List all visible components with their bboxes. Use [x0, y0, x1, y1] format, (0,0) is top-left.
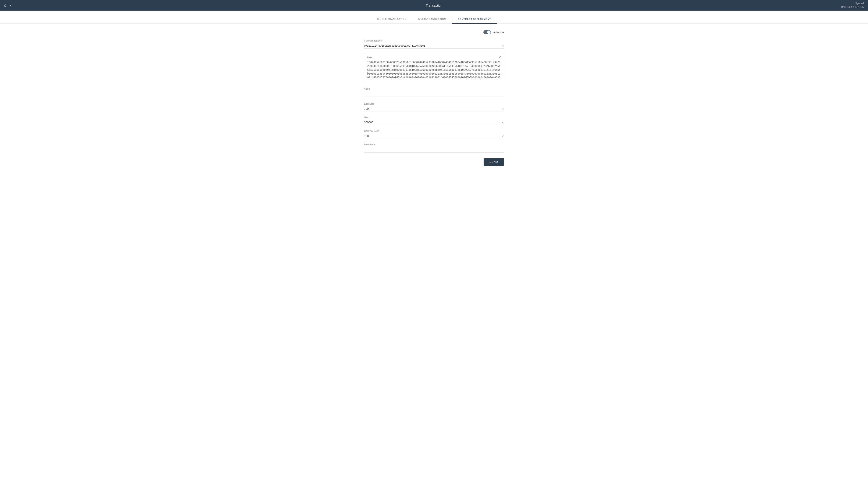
tab-contract-deployment[interactable]: CONTRACT DEPLOYMENT — [452, 15, 497, 24]
gas-input[interactable] — [364, 120, 504, 125]
sync-info: Synced Best Block: 127,225 — [841, 2, 864, 9]
best-block-field-label: Best Block — [364, 143, 504, 146]
home-icon[interactable]: ⌂ — [4, 3, 6, 8]
nav-left: ⌂ ‹ — [4, 3, 11, 8]
nav-bar: ⌂ ‹ Transaction Synced Best Block: 127,2… — [0, 0, 868, 10]
gas-price-coef-label: GasPriceCoef — [364, 130, 504, 132]
gas-price-coef-clear-button[interactable]: ✕ — [501, 135, 504, 138]
contract-deployer-clear-button[interactable]: ✕ — [501, 44, 504, 47]
tab-navigation: SINGLE TRANSACTION MULTI-TRANSACTION CON… — [0, 10, 868, 24]
tab-multi-transaction[interactable]: MULTI-TRANSACTION — [412, 15, 452, 24]
expiration-label: Expiration — [364, 102, 504, 105]
advance-row: Advance — [364, 30, 504, 34]
data-box: Data 16028152600160a060020a0395861660048… — [364, 53, 504, 83]
contract-deployer-label: Contract deployer — [364, 39, 504, 42]
advance-toggle[interactable] — [484, 30, 491, 34]
send-button[interactable]: SEND — [484, 158, 504, 166]
main-content: Advance Contract deployer ✕ Data 1602815… — [360, 24, 508, 174]
expiration-clear-button[interactable]: ✕ — [501, 107, 504, 110]
gas-price-coef-input[interactable] — [364, 133, 504, 139]
sync-status: Synced — [841, 2, 864, 5]
gas-clear-button[interactable]: ✕ — [501, 121, 504, 124]
data-clear-button[interactable]: ✕ — [499, 55, 502, 59]
expiration-input[interactable] — [364, 106, 504, 112]
page-title: Transaction — [426, 4, 442, 7]
send-row: SEND — [364, 158, 504, 166]
value-label: Value — [364, 88, 504, 90]
advance-label: Advance — [493, 31, 504, 34]
contract-deployer-group: Contract deployer ✕ — [364, 39, 504, 49]
page-wrapper: ⌂ ‹ Transaction Synced Best Block: 127,2… — [0, 0, 868, 488]
gas-price-coef-group: GasPriceCoef ✕ — [364, 130, 504, 139]
best-block-group: Best Block — [364, 143, 504, 154]
back-icon[interactable]: ‹ — [10, 3, 11, 8]
data-textarea[interactable]: 16028152600160a060020a039586166004820152… — [367, 60, 501, 79]
best-block-label: Best Block: — [841, 5, 854, 8]
value-divider — [364, 98, 504, 98]
value-group: Value — [364, 88, 504, 98]
value-input[interactable] — [364, 91, 504, 97]
gas-label: Gas — [364, 116, 504, 119]
gas-group: Gas ✕ — [364, 116, 504, 125]
best-block-info: Best Block: 127,225 — [841, 5, 864, 9]
best-block-input[interactable] — [364, 147, 504, 153]
data-label: Data — [367, 56, 501, 59]
tab-single-transaction[interactable]: SINGLE TRANSACTION — [371, 15, 412, 24]
contract-deployer-input[interactable] — [364, 43, 504, 49]
best-block-value: 127,225 — [855, 5, 864, 8]
expiration-group: Expiration ✕ — [364, 102, 504, 112]
